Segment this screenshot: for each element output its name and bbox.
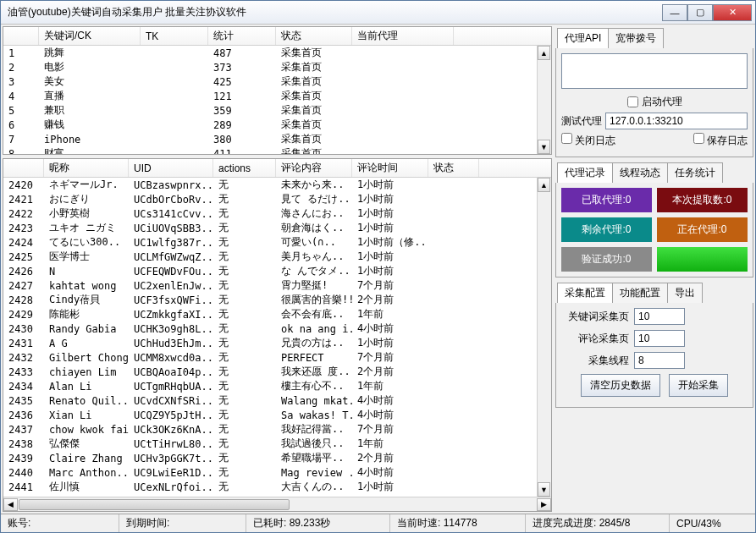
cell: 无 bbox=[213, 264, 276, 278]
table-row[interactable]: 7iPhone380采集首页 bbox=[3, 132, 551, 146]
column-header[interactable]: 评论内容 bbox=[276, 159, 352, 177]
cell: 可愛い‪(∩.. bbox=[276, 235, 352, 250]
column-header[interactable]: UID bbox=[129, 159, 213, 177]
cell: 4小时前 bbox=[352, 465, 428, 480]
table-row[interactable]: 2434Alan LiUCTgmRHqbUA..无樓主有心不..1年前 bbox=[3, 379, 551, 393]
titlebar[interactable]: 油管(youtube)关键词自动采集用户 批量关注协议软件 — ▢ ✕ bbox=[1, 1, 755, 25]
column-header[interactable] bbox=[3, 159, 44, 177]
clear-history-button[interactable]: 清空历史数据 bbox=[581, 374, 660, 397]
cell: 2438 bbox=[3, 438, 44, 450]
proxy-api-textarea[interactable] bbox=[561, 53, 748, 89]
vscrollbar[interactable]: ▲ ▼ bbox=[537, 46, 551, 154]
kw-pages-input[interactable] bbox=[634, 308, 685, 325]
table-row[interactable]: 2427kahtat wongUC2xenlEnJw..无霄力堅挺!7个月前 bbox=[3, 278, 551, 293]
table-row[interactable]: 2424てるにい300..UC1wlfg387r..无可愛い‪(∩..1小时前（… bbox=[3, 235, 551, 250]
column-header[interactable]: 状态 bbox=[428, 159, 479, 177]
tab-func-config[interactable]: 功能配置 bbox=[612, 283, 668, 303]
table-row[interactable]: 2426NUCFEQWDvFOu..无な んでタメ..1小时前 bbox=[3, 264, 551, 278]
table-row[interactable]: 5兼职359采集首页 bbox=[3, 103, 551, 118]
cell: 5 bbox=[3, 105, 39, 117]
save-log-checkbox[interactable] bbox=[693, 133, 704, 144]
cell: 无 bbox=[213, 235, 276, 250]
cell: 财富 bbox=[39, 146, 141, 155]
close-button[interactable]: ✕ bbox=[713, 4, 752, 21]
tab-export[interactable]: 导出 bbox=[667, 283, 703, 303]
scroll-down-icon[interactable]: ▼ bbox=[538, 140, 550, 154]
table-row[interactable]: 2420ネギマールJr.UCBzaswpnrx..无未来から来..1小时前 bbox=[3, 178, 551, 192]
vscrollbar[interactable]: ▲ ▼ bbox=[537, 178, 551, 497]
cell: 1 bbox=[3, 47, 39, 59]
tab-proxy-api[interactable]: 代理API bbox=[557, 28, 609, 48]
hscroll-thumb[interactable] bbox=[19, 499, 290, 510]
cell: 2432 bbox=[3, 352, 44, 364]
table-row[interactable]: 2431A GUChHud3EhJm..无兄貴の方は..1小时前 bbox=[3, 336, 551, 350]
minimize-button[interactable]: — bbox=[662, 4, 687, 21]
cell: てるにい300.. bbox=[44, 235, 129, 250]
cell: 8 bbox=[3, 148, 39, 156]
enable-proxy-checkbox[interactable] bbox=[627, 96, 638, 107]
table-row[interactable]: 2437chow kwok faiUCk3OKz6KnA..无我好記得當..7个… bbox=[3, 422, 551, 437]
cell: iPhone bbox=[39, 134, 141, 146]
table-row[interactable]: 2423ユキオ ニガミUCiUOVqSBB3..无朝倉海はく..1小时前 bbox=[3, 221, 551, 235]
tab-broadband[interactable]: 宽带拨号 bbox=[608, 28, 664, 48]
table-row[interactable]: 2441佐川慎UCexNLrQfoi..无大吉くんの..1小时前 bbox=[3, 480, 551, 494]
table-row[interactable]: 2428Cindy蓓貝UCF3fsxQWFi..无很厲害的音樂!!2个月前 bbox=[3, 293, 551, 307]
cell: PERFECT bbox=[276, 352, 352, 364]
maximize-button[interactable]: ▢ bbox=[687, 4, 713, 21]
status-account: 账号: bbox=[1, 514, 119, 532]
tab-thread-state[interactable]: 线程动态 bbox=[612, 162, 668, 183]
cell: 7个月前 bbox=[352, 350, 428, 365]
table-row[interactable]: 2422小野英樹UCs3141cCvv..无海さんにお..1小时前 bbox=[3, 206, 551, 221]
column-header[interactable]: 当前代理 bbox=[352, 27, 454, 45]
table-row[interactable]: 6赚钱289采集首页 bbox=[3, 118, 551, 132]
column-header[interactable]: 关键词/CK bbox=[39, 27, 141, 45]
table-row[interactable]: 2425医学博士UCLMfGWZwqZ..无美月ちゃん..1小时前 bbox=[3, 250, 551, 264]
scroll-up-icon[interactable]: ▲ bbox=[538, 178, 550, 192]
start-collect-button[interactable]: 开始采集 bbox=[669, 374, 728, 397]
table-row[interactable]: 2421おにぎりUCdbOrCboRv..无見て るだけ..1小时前 bbox=[3, 192, 551, 206]
table-row[interactable]: 3美女425采集首页 bbox=[3, 74, 551, 89]
cm-pages-input[interactable] bbox=[634, 330, 685, 347]
cell: 兼职 bbox=[39, 103, 141, 118]
column-header[interactable]: TK bbox=[141, 27, 208, 45]
table-row[interactable]: 2430Randy GabiaUCHK3o9gh8L..无ok na ang i… bbox=[3, 321, 551, 336]
table-row[interactable]: 2429陈能彬UCZmkkgfaXI..无会不会有底..1年前 bbox=[3, 307, 551, 321]
cell: 兄貴の方は.. bbox=[276, 336, 352, 350]
table-row[interactable]: 2440Marc Anthon..UC9LwiEeR1D..无Mag revie… bbox=[3, 465, 551, 480]
hscrollbar[interactable]: ◀ ▶ bbox=[3, 497, 551, 511]
cell: Mag review .. bbox=[276, 467, 352, 479]
table-row[interactable]: 8财富411采集首页 bbox=[3, 146, 551, 155]
tab-collect-config[interactable]: 采集配置 bbox=[557, 283, 613, 303]
column-header[interactable]: 评论时间 bbox=[352, 159, 428, 177]
table-row[interactable]: 2436Xian LiUCQZ9Y5pJtH..无Sa wakas! T..4小… bbox=[3, 408, 551, 422]
cm-pages-label: 评论采集页 bbox=[561, 332, 629, 346]
column-header[interactable]: 统计 bbox=[208, 27, 276, 45]
table-row[interactable]: 2439Claire ZhangUCHv3pGGK7t..无希望職場平..2个月… bbox=[3, 451, 551, 465]
scroll-down-icon[interactable]: ▼ bbox=[538, 482, 550, 497]
column-header[interactable]: actions bbox=[213, 159, 276, 177]
table-row[interactable]: 4直播121采集首页 bbox=[3, 89, 551, 103]
table-row[interactable]: 2435Renato Quil..UCvdCXNfSRi..无Walang mk… bbox=[3, 393, 551, 408]
tab-task-stats[interactable]: 任务统计 bbox=[667, 162, 723, 183]
table-row[interactable]: 2438弘傑傑UCtTiHrwL80..无我試過後只..1年前 bbox=[3, 437, 551, 451]
column-header[interactable]: 昵称 bbox=[44, 159, 129, 177]
scroll-up-icon[interactable]: ▲ bbox=[538, 46, 550, 60]
cell: UCdbOrCboRv.. bbox=[129, 194, 213, 206]
table-row[interactable]: 1跳舞487采集首页 bbox=[3, 46, 551, 60]
threads-input[interactable] bbox=[634, 352, 685, 369]
column-header[interactable] bbox=[3, 27, 39, 45]
stat-verify-ok: 验证成功:0 bbox=[561, 247, 652, 272]
scroll-left-icon[interactable]: ◀ bbox=[3, 498, 18, 511]
cell: UCFEQWDvFOu.. bbox=[129, 266, 213, 277]
table-row[interactable]: 2433chiayen LimUCBQAoaI04p..无我来还愿 度..2个月… bbox=[3, 365, 551, 379]
close-log-checkbox[interactable] bbox=[561, 133, 572, 144]
table-row[interactable]: 2432Gilbert ChongUCMM8xwcd0a..无PERFECT7个… bbox=[3, 350, 551, 365]
column-header[interactable]: 状态 bbox=[276, 27, 352, 45]
cell: 无 bbox=[213, 422, 276, 437]
scroll-right-icon[interactable]: ▶ bbox=[537, 498, 551, 511]
test-proxy-input[interactable] bbox=[605, 113, 748, 129]
tab-proxy-record[interactable]: 代理记录 bbox=[557, 162, 613, 183]
cell: Randy Gabia bbox=[44, 323, 129, 335]
save-log-label: 保存日志 bbox=[707, 135, 748, 146]
table-row[interactable]: 2电影373采集首页 bbox=[3, 60, 551, 74]
